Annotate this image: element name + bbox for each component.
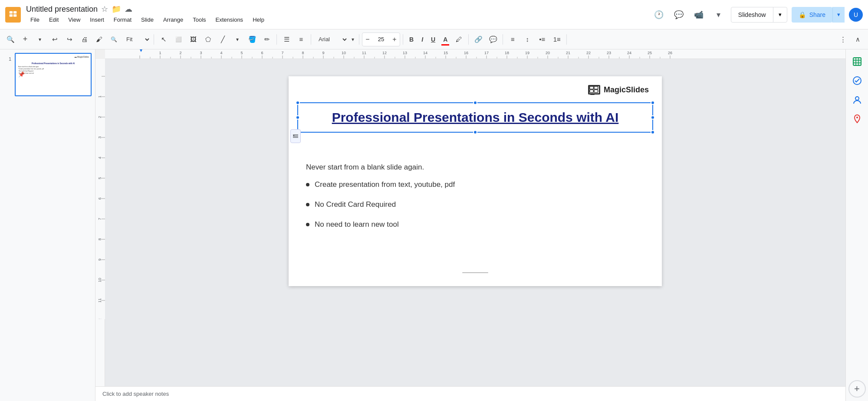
thumb-content: ▬ MagicSlides Professional Presentations… [16, 54, 91, 95]
menu-tools[interactable]: Tools [188, 15, 210, 25]
slide-subtitle[interactable]: Never start from a blank slide again. [306, 163, 424, 172]
comment-inline-button[interactable]: 💬 [486, 33, 500, 46]
line-button[interactable]: ╱ [216, 33, 230, 46]
font-family-select[interactable]: Arial Times New Roman Roboto [314, 33, 349, 46]
svg-rect-2 [10, 14, 13, 17]
video-dropdown[interactable]: ▾ [711, 7, 727, 23]
slideshow-main-button[interactable]: Slideshow [731, 7, 773, 22]
slide-canvas[interactable]: MagicSlides Professional Presentation [289, 76, 662, 286]
fill-color-button[interactable]: 🪣 [245, 33, 259, 46]
svg-text:6: 6 [98, 197, 102, 199]
font-size-input[interactable] [373, 36, 389, 42]
line-dropdown[interactable]: ▾ [230, 33, 244, 46]
notes-bar[interactable]: Click to add speaker notes [95, 386, 845, 401]
list-ordered-button[interactable]: 1≡ [550, 33, 564, 46]
cloud-icon[interactable]: ☁ [125, 4, 132, 14]
slide-title-text[interactable]: Professional Presentations in Seconds wi… [307, 110, 644, 125]
menu-file[interactable]: File [26, 15, 44, 25]
handle-top-mid[interactable] [473, 101, 477, 105]
search-button[interactable]: 🔍 [3, 33, 17, 46]
line-spacing-button[interactable]: ↕ [520, 33, 534, 46]
toolbar-separator-2 [276, 34, 277, 45]
align-text-button[interactable]: ≡ [506, 33, 519, 46]
menu-format[interactable]: Format [109, 15, 136, 25]
zoom-in-button[interactable]: + [18, 33, 32, 46]
shapes-button[interactable]: ⬠ [201, 33, 215, 46]
comment-button[interactable]: 💬 [671, 7, 687, 23]
folder-icon[interactable]: 📁 [112, 4, 121, 14]
bullet-item-1: Create presentation from text, youtube, … [306, 180, 455, 189]
align-handle-button[interactable] [290, 129, 301, 143]
sidebar-tasks-icon[interactable] [848, 72, 866, 89]
notes-placeholder: Click to add speaker notes [102, 391, 169, 397]
text-color-button[interactable]: A [440, 33, 451, 46]
handle-mid-right[interactable] [651, 115, 655, 120]
svg-text:8: 8 [98, 238, 102, 240]
image-insert-button[interactable]: 🖼 [186, 33, 200, 46]
redo-button[interactable]: ↪ [62, 33, 76, 46]
share-dropdown-button[interactable]: ▾ [832, 7, 845, 23]
history-button[interactable]: 🕐 [651, 7, 667, 23]
zoom-dropdown[interactable]: ▾ [33, 33, 47, 46]
menu-edit[interactable]: Edit [45, 15, 63, 25]
slideshow-button-group: Slideshow ▾ [731, 7, 787, 23]
doc-title[interactable]: Untitled presentation [26, 5, 98, 14]
font-size-decrease[interactable]: − [362, 33, 373, 46]
handle-br[interactable] [651, 130, 655, 134]
font-size-increase[interactable]: + [389, 33, 400, 46]
menu-extensions[interactable]: Extensions [211, 15, 248, 25]
link-button[interactable]: 🔗 [471, 33, 485, 46]
align-left-button[interactable]: ☰ [279, 33, 293, 46]
svg-rect-3 [13, 14, 16, 17]
zoom-select[interactable]: Fit 50% 75% 100% 150% [122, 33, 151, 46]
main-area: 1 📌 ▬ MagicSlides Professional Presentat… [0, 49, 868, 401]
align-right-button[interactable]: ≡ [294, 33, 308, 46]
sidebar-maps-icon[interactable] [848, 110, 866, 127]
sidebar-contacts-icon[interactable] [848, 91, 866, 108]
more-options-button[interactable]: ⋮ [836, 33, 850, 46]
menu-bar: File Edit View Insert Format Slide Arran… [26, 15, 269, 25]
canvas-scroll[interactable]: MagicSlides Professional Presentation [105, 59, 845, 386]
highlight-button[interactable]: 🖊 [452, 33, 466, 46]
menu-help[interactable]: Help [248, 15, 269, 25]
select-tool[interactable]: ↖ [157, 33, 171, 46]
handle-mid-left[interactable] [296, 115, 300, 120]
zoom-fit-button[interactable]: 🔍 [107, 33, 121, 46]
select-mode-button[interactable]: ⬜ [171, 33, 185, 46]
paint-format-button[interactable]: 🖌 [92, 33, 106, 46]
font-dropdown[interactable]: ▾ [349, 33, 356, 46]
italic-button[interactable]: I [418, 33, 427, 46]
list-bullet-button[interactable]: •≡ [535, 33, 549, 46]
slideshow-dropdown-button[interactable]: ▾ [773, 7, 787, 22]
menu-view[interactable]: View [64, 15, 85, 25]
handle-bot-mid[interactable] [473, 130, 477, 134]
undo-button[interactable]: ↩ [48, 33, 62, 46]
lock-icon: 🔒 [799, 11, 806, 18]
menu-arrange[interactable]: Arrange [159, 15, 187, 25]
handle-tl[interactable] [296, 101, 300, 105]
video-button[interactable]: 📹 [691, 7, 707, 23]
menu-insert[interactable]: Insert [85, 15, 108, 25]
toolbar-separator-1 [154, 34, 154, 45]
line-color-button[interactable]: ✏ [260, 33, 274, 46]
collapse-toolbar[interactable]: ∧ [851, 33, 865, 46]
slide-thumbnail-1[interactable]: 📌 ▬ MagicSlides Professional Presentatio… [15, 53, 92, 96]
menu-slide[interactable]: Slide [137, 15, 158, 25]
svg-text:11: 11 [98, 298, 102, 303]
svg-text:19: 19 [525, 51, 529, 55]
share-button[interactable]: 🔒 Share [792, 7, 832, 23]
page-divider [462, 272, 488, 273]
handle-tr[interactable] [651, 101, 655, 105]
svg-text:4: 4 [220, 51, 222, 55]
svg-text:10: 10 [342, 51, 346, 55]
svg-text:17: 17 [484, 51, 489, 55]
underline-button[interactable]: U [427, 33, 439, 46]
profile-button[interactable]: U [849, 8, 863, 22]
sidebar-add-button[interactable]: + [848, 380, 866, 398]
bold-button[interactable]: B [406, 33, 417, 46]
sidebar-sheets-icon[interactable] [848, 53, 866, 70]
star-icon[interactable]: ☆ [101, 4, 108, 14]
slide-title-box[interactable]: Professional Presentations in Seconds wi… [297, 102, 653, 133]
toolbar-separator-5 [403, 34, 403, 45]
print-button[interactable]: 🖨 [77, 33, 91, 46]
